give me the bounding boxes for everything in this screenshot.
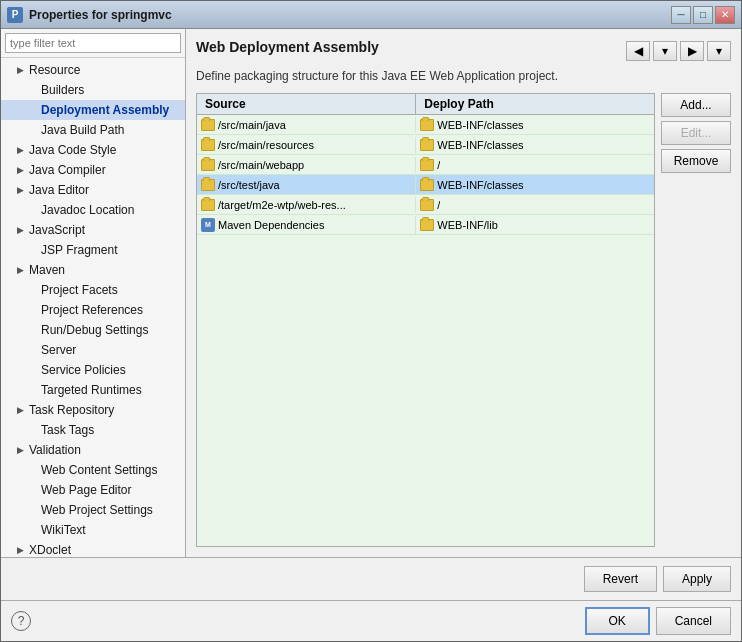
sidebar-item-label: Web Project Settings xyxy=(41,503,153,517)
sidebar-item-label: XDoclet xyxy=(29,543,71,557)
deploy-path: / xyxy=(437,199,440,211)
sidebar-item-maven[interactable]: ▶ Maven xyxy=(1,260,185,280)
sidebar-item-label: Server xyxy=(41,343,76,357)
maximize-button[interactable]: □ xyxy=(693,6,713,24)
back-button[interactable]: ◀ xyxy=(626,41,650,61)
filter-input[interactable] xyxy=(5,33,181,53)
source-cell: /src/main/java xyxy=(197,117,416,133)
sidebar-item-task-tags[interactable]: Task Tags xyxy=(1,420,185,440)
window-title: Properties for springmvc xyxy=(29,8,671,22)
table-row[interactable]: /src/main/webapp / xyxy=(197,155,654,175)
sidebar-item-jsp-fragment[interactable]: JSP Fragment xyxy=(1,240,185,260)
sidebar-item-label: Service Policies xyxy=(41,363,126,377)
sidebar-item-web-content-settings[interactable]: Web Content Settings xyxy=(1,460,185,480)
table-row[interactable]: /src/main/java WEB-INF/classes xyxy=(197,115,654,135)
close-button[interactable]: ✕ xyxy=(715,6,735,24)
sidebar-item-task-repository[interactable]: ▶ Task Repository xyxy=(1,400,185,420)
source-path: Maven Dependencies xyxy=(218,219,324,231)
help-button[interactable]: ? xyxy=(11,611,31,631)
table-row[interactable]: /src/main/resources WEB-INF/classes xyxy=(197,135,654,155)
sidebar-item-run-debug-settings[interactable]: Run/Debug Settings xyxy=(1,320,185,340)
cancel-button[interactable]: Cancel xyxy=(656,607,731,635)
sidebar-item-label: Javadoc Location xyxy=(41,203,134,217)
maven-icon: M xyxy=(201,218,215,232)
sidebar-item-javascript[interactable]: ▶ JavaScript xyxy=(1,220,185,240)
sidebar-item-builders[interactable]: Builders xyxy=(1,80,185,100)
source-path: /src/main/java xyxy=(218,119,286,131)
sidebar-item-project-facets[interactable]: Project Facets xyxy=(1,280,185,300)
sidebar-item-label: Java Build Path xyxy=(41,123,124,137)
folder-icon xyxy=(201,199,215,211)
sidebar-item-wikitext[interactable]: WikiText xyxy=(1,520,185,540)
expand-arrow: ▶ xyxy=(17,265,29,275)
deploy-path: WEB-INF/classes xyxy=(437,119,523,131)
col-deploy-header: Deploy Path xyxy=(416,94,654,114)
sidebar-item-web-project-settings[interactable]: Web Project Settings xyxy=(1,500,185,520)
source-cell: /target/m2e-wtp/web-res... xyxy=(197,197,416,213)
deploy-cell: WEB-INF/classes xyxy=(416,177,654,193)
table-row[interactable]: /src/test/java WEB-INF/classes xyxy=(197,175,654,195)
description-text: Define packaging structure for this Java… xyxy=(196,69,731,83)
deploy-path: WEB-INF/classes xyxy=(437,179,523,191)
sidebar-item-label: WikiText xyxy=(41,523,86,537)
sidebar-item-label: Project Facets xyxy=(41,283,118,297)
deploy-cell: WEB-INF/lib xyxy=(416,217,654,233)
sidebar-item-java-build-path[interactable]: Java Build Path xyxy=(1,120,185,140)
sidebar-item-xdoclet[interactable]: ▶ XDoclet xyxy=(1,540,185,557)
expand-arrow: ▶ xyxy=(17,185,29,195)
window-icon: P xyxy=(7,7,23,23)
sidebar-item-label: JSP Fragment xyxy=(41,243,117,257)
table-row[interactable]: M Maven Dependencies WEB-INF/lib xyxy=(197,215,654,235)
nav-dropdown-button[interactable]: ▾ xyxy=(653,41,677,61)
sidebar-item-label: Task Tags xyxy=(41,423,94,437)
sidebar-item-validation[interactable]: ▶ Validation xyxy=(1,440,185,460)
properties-window: P Properties for springmvc ─ □ ✕ ▶ Resou… xyxy=(0,0,742,642)
folder-icon xyxy=(420,119,434,131)
forward-button[interactable]: ▶ xyxy=(680,41,704,61)
sidebar-item-targeted-runtimes[interactable]: Targeted Runtimes xyxy=(1,380,185,400)
sidebar-item-label: Project References xyxy=(41,303,143,317)
folder-icon xyxy=(420,199,434,211)
sidebar-item-label: Deployment Assembly xyxy=(41,103,169,117)
sidebar-item-project-references[interactable]: Project References xyxy=(1,300,185,320)
table-area: Source Deploy Path /src/main/java xyxy=(196,93,731,547)
ok-button[interactable]: OK xyxy=(585,607,650,635)
deploy-path: WEB-INF/lib xyxy=(437,219,498,231)
source-path: /target/m2e-wtp/web-res... xyxy=(218,199,346,211)
source-path: /src/main/resources xyxy=(218,139,314,151)
folder-icon xyxy=(201,139,215,151)
revert-button[interactable]: Revert xyxy=(584,566,657,592)
sidebar-item-resource[interactable]: ▶ Resource xyxy=(1,60,185,80)
deploy-path: WEB-INF/classes xyxy=(437,139,523,151)
nav-dropdown2-button[interactable]: ▾ xyxy=(707,41,731,61)
action-buttons-panel: Add... Edit... Remove xyxy=(661,93,731,547)
folder-icon xyxy=(420,219,434,231)
sidebar-item-label: Java Compiler xyxy=(29,163,106,177)
sidebar-item-service-policies[interactable]: Service Policies xyxy=(1,360,185,380)
add-button[interactable]: Add... xyxy=(661,93,731,117)
apply-button[interactable]: Apply xyxy=(663,566,731,592)
expand-arrow: ▶ xyxy=(17,165,29,175)
tree: ▶ Resource Builders Deployment Assembly … xyxy=(1,58,185,557)
sidebar-item-label: Java Editor xyxy=(29,183,89,197)
sidebar-item-java-code-style[interactable]: ▶ Java Code Style xyxy=(1,140,185,160)
sidebar-item-deployment-assembly[interactable]: Deployment Assembly xyxy=(1,100,185,120)
window-controls: ─ □ ✕ xyxy=(671,6,735,24)
panel-title: Web Deployment Assembly xyxy=(196,39,379,55)
sidebar-item-java-editor[interactable]: ▶ Java Editor xyxy=(1,180,185,200)
expand-arrow: ▶ xyxy=(17,545,29,555)
folder-icon xyxy=(420,179,434,191)
edit-button[interactable]: Edit... xyxy=(661,121,731,145)
remove-button[interactable]: Remove xyxy=(661,149,731,173)
folder-icon xyxy=(201,119,215,131)
sidebar-item-javadoc-location[interactable]: Javadoc Location xyxy=(1,200,185,220)
expand-arrow: ▶ xyxy=(17,65,29,75)
minimize-button[interactable]: ─ xyxy=(671,6,691,24)
source-cell: /src/test/java xyxy=(197,177,416,193)
deploy-cell: / xyxy=(416,157,654,173)
table-row[interactable]: /target/m2e-wtp/web-res... / xyxy=(197,195,654,215)
sidebar-item-web-page-editor[interactable]: Web Page Editor xyxy=(1,480,185,500)
expand-arrow: ▶ xyxy=(17,225,29,235)
sidebar-item-java-compiler[interactable]: ▶ Java Compiler xyxy=(1,160,185,180)
sidebar-item-server[interactable]: Server xyxy=(1,340,185,360)
